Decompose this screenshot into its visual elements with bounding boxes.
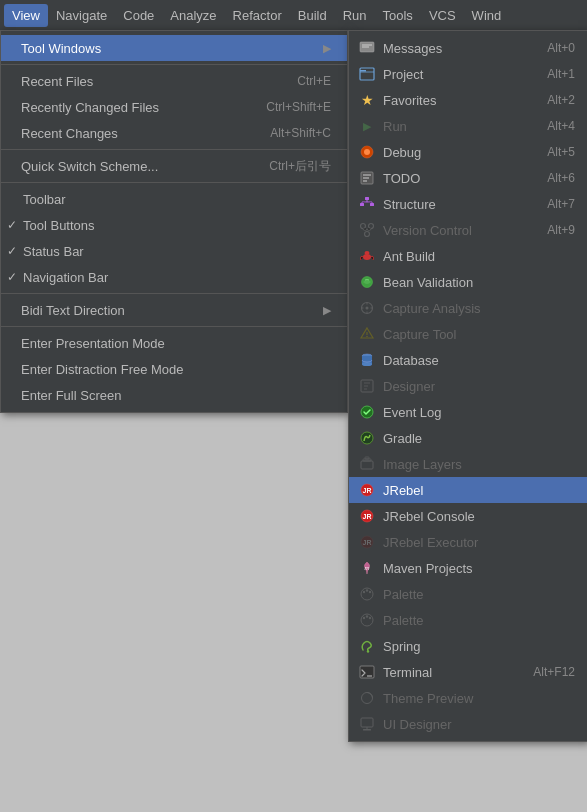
menu-item-recent-changes[interactable]: Recent Changes Alt+Shift+C xyxy=(1,120,347,146)
tw-label: Messages xyxy=(383,41,442,56)
svg-point-46 xyxy=(366,615,368,617)
menu-refactor[interactable]: Refactor xyxy=(225,4,290,27)
tw-run[interactable]: ▶ Run Alt+4 xyxy=(349,113,587,139)
menu-code[interactable]: Code xyxy=(115,4,162,27)
tw-jrebel-executor[interactable]: JR JRebel Executor xyxy=(349,529,587,555)
submenu-arrow-icon: ▶ xyxy=(323,304,331,317)
svg-rect-30 xyxy=(361,461,373,469)
tw-project[interactable]: Project Alt+1 xyxy=(349,61,587,87)
tw-maven[interactable]: m Maven Projects xyxy=(349,555,587,581)
separator-1 xyxy=(1,64,347,65)
jrebel-console-icon: JR xyxy=(357,508,377,524)
menu-wind[interactable]: Wind xyxy=(464,4,510,27)
check-mark: ✓ xyxy=(7,244,21,258)
menu-item-status-bar[interactable]: ✓ Status Bar xyxy=(1,238,347,264)
svg-point-12 xyxy=(365,232,370,237)
menu-analyze[interactable]: Analyze xyxy=(162,4,224,27)
menu-item-label: Recent Files xyxy=(21,74,93,89)
svg-point-43 xyxy=(369,591,371,593)
tw-vcs[interactable]: Version Control Alt+9 xyxy=(349,217,587,243)
event-log-icon xyxy=(357,404,377,420)
tw-capture-tool[interactable]: Capture Tool xyxy=(349,321,587,347)
shortcut: Ctrl+E xyxy=(277,74,331,88)
tw-label: Capture Tool xyxy=(383,327,456,342)
check-mark xyxy=(7,192,21,206)
svg-rect-5 xyxy=(365,146,369,148)
tw-jrebel[interactable]: JR JRebel xyxy=(349,477,587,503)
menu-item-label: Bidi Text Direction xyxy=(21,303,125,318)
menu-item-recent-files[interactable]: Recent Files Ctrl+E xyxy=(1,68,347,94)
palette-icon xyxy=(357,586,377,602)
shortcut: Alt+4 xyxy=(537,119,575,133)
svg-point-45 xyxy=(363,617,365,619)
tw-bean[interactable]: Bean Validation xyxy=(349,269,587,295)
tw-jrebel-console[interactable]: JR JRebel Console xyxy=(349,503,587,529)
svg-text:JR: JR xyxy=(363,539,372,546)
tw-label: Run xyxy=(383,119,407,134)
menu-tools[interactable]: Tools xyxy=(375,4,421,27)
menu-item-distraction-free[interactable]: Enter Distraction Free Mode xyxy=(1,356,347,382)
menu-vcs[interactable]: VCS xyxy=(421,4,464,27)
tw-favorites[interactable]: ★ Favorites Alt+2 xyxy=(349,87,587,113)
tw-event-log[interactable]: Event Log xyxy=(349,399,587,425)
tw-capture-analysis[interactable]: Capture Analysis xyxy=(349,295,587,321)
tw-todo[interactable]: TODO Alt+6 xyxy=(349,165,587,191)
tw-label: Capture Analysis xyxy=(383,301,481,316)
shortcut: Ctrl+后引号 xyxy=(249,158,331,175)
run-icon: ▶ xyxy=(357,118,377,134)
tw-label: Structure xyxy=(383,197,436,212)
tw-terminal[interactable]: Terminal Alt+F12 xyxy=(349,659,587,685)
svg-text:JR: JR xyxy=(363,487,372,494)
tw-gradle[interactable]: Gradle xyxy=(349,425,587,451)
svg-rect-7 xyxy=(365,197,369,200)
tw-label: UI Designer xyxy=(383,717,452,732)
tw-label: Event Log xyxy=(383,405,442,420)
tw-ui-designer[interactable]: UI Designer xyxy=(349,711,587,737)
tw-structure[interactable]: Structure Alt+7 xyxy=(349,191,587,217)
tw-debug[interactable]: Debug Alt+5 xyxy=(349,139,587,165)
tw-database[interactable]: Database xyxy=(349,347,587,373)
svg-point-48 xyxy=(367,650,369,652)
menu-item-toolbar[interactable]: Toolbar xyxy=(1,186,347,212)
tool-windows-menu: Messages Alt+0 Project Alt+1 ★ Favorites… xyxy=(348,30,587,742)
check-mark: ✓ xyxy=(7,218,21,232)
menu-item-bidi[interactable]: Bidi Text Direction ▶ xyxy=(1,297,347,323)
menu-item-label: Enter Full Screen xyxy=(21,388,121,403)
shortcut: Alt+Shift+C xyxy=(250,126,331,140)
vcs-icon xyxy=(357,222,377,238)
svg-point-11 xyxy=(369,224,374,229)
menu-item-tool-windows[interactable]: Tool Windows ▶ xyxy=(1,35,347,61)
menu-item-full-screen[interactable]: Enter Full Screen xyxy=(1,382,347,408)
tw-palette-1[interactable]: Palette xyxy=(349,581,587,607)
tw-designer[interactable]: Designer xyxy=(349,373,587,399)
menu-navigate[interactable]: Navigate xyxy=(48,4,115,27)
shortcut: Alt+9 xyxy=(537,223,575,237)
tw-label: Terminal xyxy=(383,665,432,680)
menu-item-quick-switch[interactable]: Quick Switch Scheme... Ctrl+后引号 xyxy=(1,153,347,179)
structure-icon xyxy=(357,196,377,212)
tw-image-layers[interactable]: Image Layers xyxy=(349,451,587,477)
separator-5 xyxy=(1,326,347,327)
svg-point-17 xyxy=(366,307,369,310)
menu-item-label: Quick Switch Scheme... xyxy=(21,159,158,174)
theme-preview-icon xyxy=(357,690,377,706)
tw-label: Version Control xyxy=(383,223,472,238)
tw-messages[interactable]: Messages Alt+0 xyxy=(349,35,587,61)
menu-build[interactable]: Build xyxy=(290,4,335,27)
svg-rect-1 xyxy=(360,70,366,72)
menu-item-tool-buttons[interactable]: ✓ Tool Buttons xyxy=(1,212,347,238)
tw-label: TODO xyxy=(383,171,420,186)
menu-item-presentation-mode[interactable]: Enter Presentation Mode xyxy=(1,330,347,356)
menu-item-navigation-bar[interactable]: ✓ Navigation Bar xyxy=(1,264,347,290)
tw-theme-preview[interactable]: Theme Preview xyxy=(349,685,587,711)
dropdown-container: Tool Windows ▶ Recent Files Ctrl+E Recen… xyxy=(0,30,348,413)
tw-ant[interactable]: Ant Build xyxy=(349,243,587,269)
menu-view[interactable]: View xyxy=(4,4,48,27)
menu-run[interactable]: Run xyxy=(335,4,375,27)
palette-2-icon xyxy=(357,612,377,628)
tw-palette-2[interactable]: Palette xyxy=(349,607,587,633)
tw-label: Designer xyxy=(383,379,435,394)
jrebel-icon: JR xyxy=(357,482,377,498)
menu-item-recently-changed[interactable]: Recently Changed Files Ctrl+Shift+E xyxy=(1,94,347,120)
tw-spring[interactable]: Spring xyxy=(349,633,587,659)
